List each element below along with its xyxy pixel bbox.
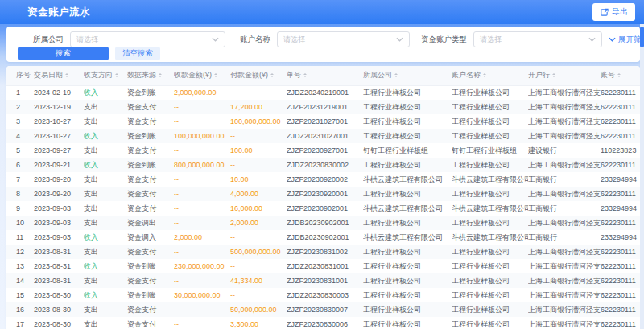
sort-carets-icon[interactable] bbox=[65, 72, 68, 79]
cell-account-no: 622230111 bbox=[601, 245, 640, 259]
vertical-scrollbar[interactable] bbox=[640, 24, 644, 329]
sort-carets-icon[interactable] bbox=[115, 72, 118, 79]
filter-account-name-label: 账户名称 bbox=[240, 35, 270, 45]
cell-source: 资金支付 bbox=[127, 172, 174, 187]
cell-direction: 支出 bbox=[84, 114, 127, 129]
cell-company: 工程行业样板公司 bbox=[363, 129, 452, 143]
cell-direction: 支出 bbox=[84, 302, 127, 317]
export-button[interactable]: 导出 bbox=[592, 3, 635, 21]
sort-carets-icon[interactable] bbox=[270, 72, 274, 79]
cell-account-no: 622230111 bbox=[601, 259, 640, 273]
col-header-source[interactable]: 数据来源 bbox=[127, 66, 174, 85]
cell-bank: 建设银行 bbox=[528, 143, 601, 158]
cell-account-no: 622230111 bbox=[601, 85, 640, 100]
expand-filters-link[interactable]: 展开筛选 bbox=[609, 35, 644, 45]
cell-order-no: ZJZF20230927001 bbox=[287, 143, 363, 158]
cell-bank: 工商银行 bbox=[528, 230, 601, 245]
cell-account-name: 斗栱云建筑工程有限公司 bbox=[452, 230, 528, 245]
page-title: 资金账户流水 bbox=[27, 6, 90, 19]
cell-date: 2024-02-19 bbox=[34, 85, 84, 100]
clear-search-button[interactable]: 清空搜索 bbox=[115, 47, 160, 60]
cell-source: 资金到账 bbox=[127, 259, 174, 273]
company-select[interactable]: 请选择 bbox=[70, 31, 225, 47]
cell-pay-amount: 50,000,000.00 bbox=[230, 302, 287, 317]
cell-date: 2023-10-27 bbox=[34, 114, 84, 129]
account-type-select[interactable]: 请选择 bbox=[473, 31, 602, 47]
table-row: 82023-09-20支出资金支付--4,000.00ZJZF202309200… bbox=[6, 187, 640, 201]
cell-company: 钉钉工程行业样板组 bbox=[363, 143, 452, 158]
col-header-account-name[interactable]: 账户名称 bbox=[452, 66, 528, 85]
table-header-row: 序号交易日期收支方向数据来源收款金额(¥)付款金额(¥)单号所属公司账户名称开户… bbox=[6, 66, 640, 85]
sort-carets-icon[interactable] bbox=[159, 72, 162, 79]
col-header-company[interactable]: 所属公司 bbox=[363, 66, 452, 85]
cell-direction: 支出 bbox=[84, 216, 127, 230]
cell-date: 2023-09-20 bbox=[34, 172, 84, 187]
cell-account-no: 233294994 bbox=[601, 230, 640, 245]
search-button[interactable]: 搜索 bbox=[18, 47, 109, 60]
cell-company: 工程行业样板公司 bbox=[363, 259, 452, 273]
col-header-label: 开户行 bbox=[528, 71, 550, 79]
cell-order-no: ZJDZ20230830002 bbox=[287, 158, 363, 172]
cell-pay-amount: -- bbox=[230, 129, 287, 143]
export-icon bbox=[600, 8, 609, 17]
cell-pay-amount: 17,200.00 bbox=[230, 100, 287, 114]
cell-source: 资金支付 bbox=[127, 143, 174, 158]
cell-date: 2023-09-03 bbox=[34, 216, 84, 230]
table-row: 72023-09-20支出资金支付--10.00ZJZF20230920002斗… bbox=[6, 172, 640, 187]
cell-account-no: 233294994 bbox=[601, 201, 640, 216]
cell-receive-amount: 30,000,000.00 bbox=[174, 288, 230, 302]
cell-order-no: ZJZF20230902001 bbox=[287, 201, 363, 216]
cell-receive-amount: -- bbox=[174, 216, 230, 230]
sort-carets-icon[interactable] bbox=[394, 72, 398, 79]
cell-account-name: 工程行业样板公司 bbox=[452, 114, 528, 129]
col-header-label: 付款金额(¥) bbox=[230, 71, 268, 79]
cell-pay-amount: 16,000.00 bbox=[230, 201, 287, 216]
cell-date: 2023-09-27 bbox=[34, 143, 84, 158]
table-row: 52023-09-27支出资金支付--100.00ZJZF20230927001… bbox=[6, 143, 640, 158]
cell-receive-amount: 2,000,000.00 bbox=[174, 85, 230, 100]
col-header-date[interactable]: 交易日期 bbox=[34, 66, 84, 85]
col-header-pay-amount[interactable]: 付款金额(¥) bbox=[230, 66, 287, 85]
cell-pay-amount: -- bbox=[230, 259, 287, 273]
sort-carets-icon[interactable] bbox=[214, 72, 217, 79]
col-header-order-no[interactable]: 单号 bbox=[287, 66, 363, 85]
cell-direction: 收入 bbox=[84, 129, 127, 143]
cell-account-no: 622230111 bbox=[601, 129, 640, 143]
col-header-direction[interactable]: 收支方向 bbox=[84, 66, 127, 85]
col-header-bank[interactable]: 开户行 bbox=[528, 66, 601, 85]
filter-panel: 所属公司 请选择 账户名称 请选择 资金账户类型 请选择 bbox=[6, 27, 640, 62]
cell-account-name: 工程行业样板公司 bbox=[452, 216, 528, 230]
cell-receive-amount: -- bbox=[174, 114, 230, 129]
col-header-receive-amount[interactable]: 收款金额(¥) bbox=[174, 66, 230, 85]
filter-company-label: 所属公司 bbox=[33, 35, 64, 45]
chevron-down-icon bbox=[588, 37, 596, 42]
cell-order-no: ZJZF20230830007 bbox=[287, 302, 363, 317]
cell-index: 1 bbox=[6, 85, 34, 100]
cell-account-name: 工程行业样板公司 bbox=[452, 100, 528, 114]
cell-direction: 支出 bbox=[84, 143, 127, 158]
sort-carets-icon[interactable] bbox=[483, 72, 486, 79]
filter-account-name: 账户名称 请选择 bbox=[240, 31, 410, 47]
col-header-label: 序号 bbox=[16, 71, 31, 79]
sort-carets-icon[interactable] bbox=[552, 72, 555, 79]
cell-source: 资金调出 bbox=[127, 216, 174, 230]
cell-pay-amount: -- bbox=[230, 85, 287, 100]
table-row: 92023-09-03支出资金支付--16,000.00ZJZF20230902… bbox=[6, 201, 640, 216]
cell-bank: 上海工商银行漕河泾支行 bbox=[528, 245, 601, 259]
sort-carets-icon[interactable] bbox=[303, 72, 307, 79]
cell-receive-amount: -- bbox=[174, 245, 230, 259]
chevron-down-icon bbox=[396, 37, 403, 42]
cell-account-name: 钉钉工程行业样板组 bbox=[452, 143, 528, 158]
cell-index: 16 bbox=[6, 302, 34, 317]
cell-order-no: ZJZF20230920002 bbox=[287, 172, 363, 187]
cell-company: 工程行业样板公司 bbox=[363, 288, 452, 302]
cell-bank: 工商银行 bbox=[528, 172, 601, 187]
account-name-select[interactable]: 请选择 bbox=[277, 31, 410, 47]
cell-order-no: ZJDB20230902001 bbox=[287, 230, 363, 245]
sort-carets-icon[interactable] bbox=[617, 72, 621, 79]
scrollbar-thumb[interactable] bbox=[640, 27, 644, 47]
cell-direction: 支出 bbox=[84, 317, 127, 329]
col-header-label: 账户名称 bbox=[452, 71, 481, 79]
col-header-account-no[interactable]: 账号 bbox=[601, 66, 640, 85]
cell-index: 15 bbox=[6, 288, 34, 302]
